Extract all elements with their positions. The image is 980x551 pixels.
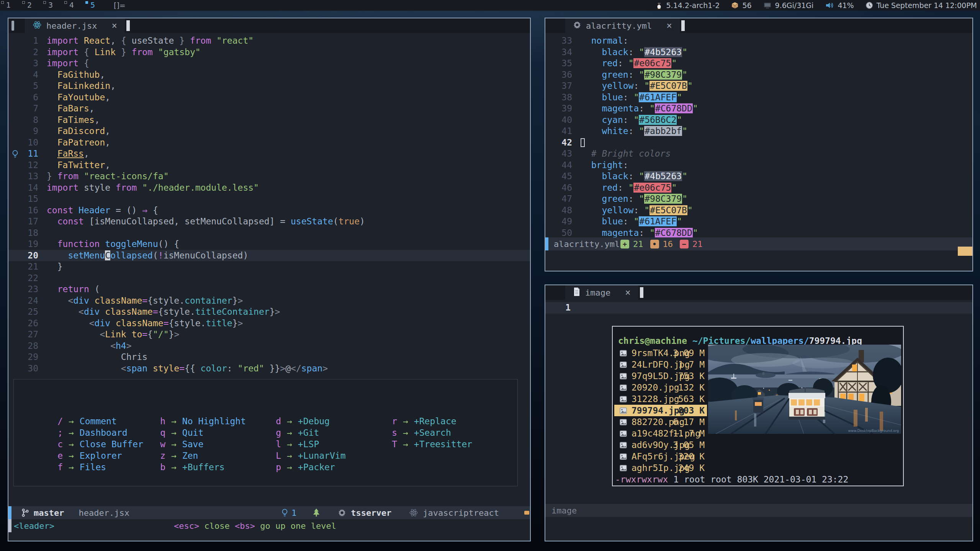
pine-tree-icon [312,508,320,517]
hint-esc-action: close [204,521,229,531]
line-number: 42 [554,137,572,149]
ranger-file-row[interactable]: 882720.png6.17 M [614,416,707,428]
ranger-file-row[interactable]: 20920.jpg132 K [614,382,707,393]
workspace-button-5[interactable]: 5 [84,0,105,11]
status-item: 56 [731,1,751,10]
code-line: 3import { [8,58,530,69]
line-number: 5 [21,80,38,92]
tab-image[interactable]: image × [565,285,638,300]
code-line: 28<h4> [8,340,530,352]
whichkey-item-save[interactable]: w→Save [155,438,246,450]
package-icon [731,2,739,9]
code-line: 19function toggleMenu() { [8,239,530,250]
statusline-left: master header.jsx 1 tsserver javascriptr… [8,506,530,519]
whichkey-item--replace[interactable]: r→+Replace [386,415,472,427]
image-file-icon [620,396,627,402]
ranger-file-row[interactable]: a19c482f~.png11.7 M [614,428,707,439]
whichkey-item--treesitter[interactable]: T→+Treesitter [386,438,472,450]
ranger-file-row[interactable]: 31228.jpg563 K [614,393,707,405]
code-buffer-image[interactable]: 1 [545,302,972,314]
code-line: 30<span style={{ color: "red" }}>@</span… [8,363,530,374]
whichkey-item--git[interactable]: g→+Git [270,427,345,438]
line-number: 4 [21,69,38,81]
arrow-icon: → [171,451,177,461]
line-number: 14 [21,182,38,194]
code-line: 23return ( [8,284,530,295]
code-line: 43# Bright colors [545,148,972,160]
ranger-file-row[interactable]: 799794.jpg803 K [614,405,707,416]
ranger-preview-panel: chris@machine ~/Pictures/ wallpapers/ 79… [612,326,904,486]
code-buffer-header-jsx[interactable]: 1import React, { useState } from "react"… [8,35,530,374]
whichkey-item-comment[interactable]: /→Comment [52,415,143,427]
hint-esc-key: <esc> [174,521,199,531]
whichkey-item-zen[interactable]: z→Zen [155,450,246,461]
gear-icon [573,21,581,31]
line-number: 27 [21,329,38,340]
whichkey-item-quit[interactable]: q→Quit [155,427,246,438]
whichkey-item--buffers[interactable]: b→+Buffers [155,461,246,473]
close-icon[interactable]: × [111,20,117,31]
code-line: 35red: "#e06c75" [545,58,972,69]
arrow-icon: → [69,439,74,449]
code-line: 34black: "#4b5263" [545,47,972,58]
workspace-button-3[interactable]: 3 [42,0,63,11]
whichkey-item-dashboard[interactable]: ;→Dashboard [52,427,143,438]
editor-window-header-jsx[interactable]: header.jsx × 1import React, { useState }… [8,18,531,541]
line-number: 6 [21,92,38,103]
whichkey-item-files[interactable]: f→Files [52,461,143,473]
line-number: 21 [21,261,38,273]
whichkey-item--debug[interactable]: d→+Debug [270,415,345,427]
ranger-host: chris@machine [618,335,687,347]
editor-window-image[interactable]: image × 1 chris@machine ~/Pictures/ wall… [545,284,973,541]
ranger-file-row[interactable]: 9rsmTK4.png3.09 M [614,347,707,359]
image-file-icon [620,453,627,460]
workspace-button-1[interactable]: 1 [0,0,21,11]
line-number: 10 [21,137,38,149]
code-line: 13} from "react-icons/fa" [8,171,530,182]
line-number: 7 [21,103,38,114]
lsp-server-label: tsserver [351,508,391,518]
ranger-file-row[interactable]: 24LrDFQ.jpg1.7 M [614,359,707,370]
ranger-file-row[interactable]: ad6v9Oy.jpg3.05 M [614,439,707,451]
react-icon [33,20,42,31]
code-line: 46red: "#e06c75" [545,182,972,194]
line-number: 48 [554,205,572,216]
tab-label: image [585,288,610,298]
ranger-file-row[interactable]: 97q9L5D.jpg753 K [614,370,707,382]
whichkey-item--packer[interactable]: p→+Packer [270,461,345,473]
statusline-filename: alacritty.yml [554,239,620,249]
workspace-indicator [43,1,46,4]
editor-window-alacritty[interactable]: alacritty.yml × 33normal:34black: "#4b52… [545,18,973,271]
whichkey-item-close-buffer[interactable]: c→Close Buffer [52,438,143,450]
workspace-button-2[interactable]: 2 [21,0,42,11]
whichkey-item--lsp[interactable]: l→+LSP [270,438,345,450]
code-buffer-alacritty[interactable]: 33normal:34black: "#4b5263"35red: "#e06c… [545,35,972,239]
hint-bs-action: go up one level [260,521,336,531]
whichkey-item-no-highlight[interactable]: h→No Highlight [155,415,246,427]
arrow-icon: → [171,439,177,449]
code-line: 8FaTimes, [8,114,530,126]
line-number: 35 [554,58,572,69]
whichkey-item--search[interactable]: s→+Search [386,427,472,438]
diagnostic-count: 1 [291,508,296,518]
tabline: header.jsx × [8,18,530,33]
close-icon[interactable]: × [666,20,672,31]
workspace-button-4[interactable]: 4 [63,0,84,11]
workspace-indicator [22,1,25,4]
workspace-indicator [1,1,4,4]
line-number: 37 [554,80,572,92]
ranger-file-row[interactable]: AFq5r6j.jpeg320 K [614,451,707,462]
code-line: 45black: "#4b5263" [545,171,972,182]
code-line: 6FaYoutube, [8,92,530,103]
whichkey-item--lunarvim[interactable]: L→+LunarVim [270,450,345,461]
tab-header-jsx[interactable]: header.jsx × [25,18,125,33]
arrow-icon: → [287,462,292,472]
code-line: 50magenta: "#C678DD" [545,227,972,239]
close-icon[interactable]: × [625,287,630,298]
tab-alacritty-yml[interactable]: alacritty.yml × [565,18,680,33]
line-number: 12 [21,160,38,171]
line-number: 43 [554,148,572,160]
tabline-cursor [126,20,130,31]
whichkey-item-explorer[interactable]: e→Explorer [52,450,143,461]
ranger-file-row[interactable]: aghr5Ip.jpg249 K [614,462,707,474]
